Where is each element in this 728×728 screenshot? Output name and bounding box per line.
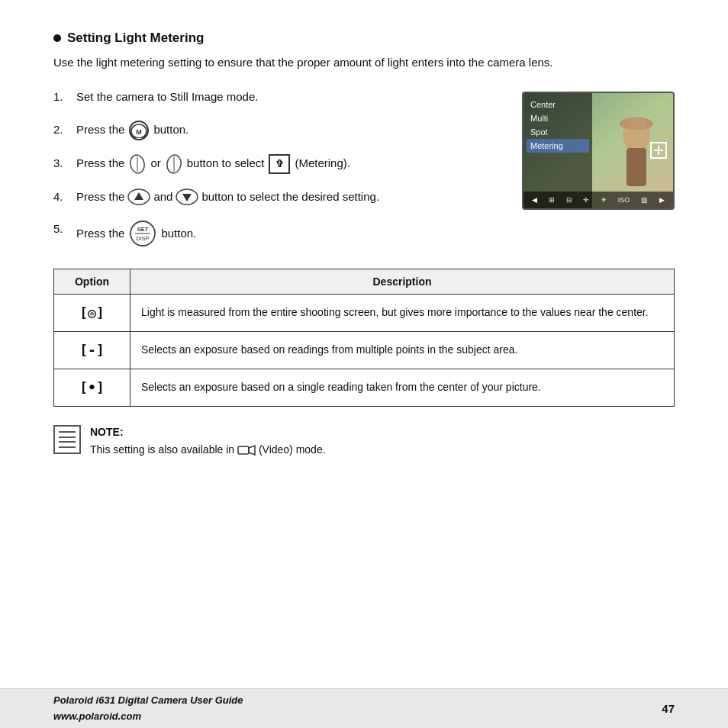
note-text: NOTE: This setting is also available in …: [90, 424, 326, 459]
metering-icon: ✞: [269, 154, 290, 174]
table-cell-icon-3: [•]: [54, 369, 130, 407]
bottom-icon-3: ⊟: [566, 196, 572, 204]
note-section: NOTE: This setting is also available in …: [53, 424, 675, 459]
camera-bottom-bar: ◀ ⊞ ⊟ ✛ ☀ ISO ▧ ▶: [523, 192, 673, 208]
bullet-dot: [53, 34, 61, 42]
footer-url: www.polaroid.com: [53, 710, 141, 722]
bottom-icon-4: ✛: [583, 196, 589, 204]
note-line-3: [59, 441, 76, 443]
svg-rect-18: [627, 118, 646, 130]
video-mode-icon: [237, 444, 256, 456]
bottom-icon-6: ISO: [618, 196, 630, 204]
note-line-2: [59, 436, 76, 438]
up-nav-icon: [127, 188, 150, 205]
bottom-icon-8: ▶: [659, 196, 665, 204]
step-5-text-before: Press the: [76, 224, 124, 243]
table-cell-desc-3: Selects an exposure based on a single re…: [130, 369, 675, 407]
step-3-num: 3.: [53, 154, 76, 173]
note-line-1: [59, 431, 76, 433]
metering-icon-center: [◎]: [79, 304, 105, 321]
step-3-text-after: (Metering).: [295, 154, 350, 173]
step-3-text-mid: button to select: [187, 154, 265, 173]
step-2-content: Press the M button.: [76, 121, 507, 140]
page-content: Setting Light Metering Use the light met…: [0, 0, 728, 482]
section-title: Setting Light Metering: [53, 31, 675, 46]
m-button-icon: M: [129, 121, 149, 140]
table-header-option: Option: [54, 269, 130, 295]
camera-bg: Center Multi Spot Metering ◀ ⊞ ⊟ ✛ ☀: [523, 93, 673, 208]
metering-icon-spot: [•]: [79, 379, 105, 395]
menu-spot: Spot: [527, 125, 589, 139]
svg-text:DISP: DISP: [137, 235, 150, 242]
svg-marker-20: [249, 446, 255, 455]
step-4-text-before: Press the: [76, 188, 124, 207]
note-icon: [53, 425, 81, 454]
step-4-content: Press the and button to select the des: [76, 188, 507, 207]
bottom-icon-5: ☀: [601, 196, 607, 204]
menu-center: Center: [527, 98, 589, 111]
menu-multi: Multi: [527, 111, 589, 125]
steps-area: 1. Set the camera to Still Image mode. 2…: [53, 88, 675, 262]
section-title-text: Setting Light Metering: [67, 31, 204, 46]
metering-icon-multi: [-]: [79, 342, 105, 358]
step-5: 5. Press the SET DISP button.: [53, 220, 507, 247]
note-line-4: [59, 446, 76, 448]
step-2: 2. Press the M button.: [53, 121, 507, 140]
bottom-icon-1: ◀: [532, 196, 537, 204]
note-body: This setting is also available in (Video…: [90, 443, 326, 456]
step-4-and: and: [153, 188, 172, 207]
options-table: Option Description [◎] Light is measured…: [53, 269, 675, 407]
step-4-inner: Press the and button to select the des: [76, 188, 507, 207]
step-1-num: 1.: [53, 88, 76, 107]
step-2-num: 2.: [53, 121, 76, 140]
step-2-text-after: button.: [153, 121, 188, 140]
svg-marker-9: [182, 194, 192, 201]
camera-screen: Center Multi Spot Metering ◀ ⊞ ⊟ ✛ ☀: [522, 92, 675, 210]
down-nav-icon: [176, 188, 198, 205]
step-4: 4. Press the and: [53, 188, 507, 207]
menu-metering-selected: Metering: [527, 139, 589, 153]
or-text: or: [150, 154, 160, 173]
step-1-text: Set the camera to Still Image mode.: [76, 88, 507, 107]
step-3-text-before: Press the: [76, 154, 124, 173]
footer: Polaroid i631 Digital Camera User Guide …: [0, 688, 728, 728]
leaf-left-icon: [129, 154, 146, 174]
leaf-right-icon: [166, 154, 182, 174]
table-row-2: [-] Selects an exposure based on reading…: [54, 332, 675, 369]
table-cell-desc-1: Light is measured from the entire shooti…: [130, 295, 675, 332]
table-cell-icon-2: [-]: [54, 332, 130, 369]
step-3: 3. Press the or button to select: [53, 154, 507, 174]
step-5-num: 5.: [53, 220, 76, 239]
bottom-icon-2: ⊞: [549, 196, 555, 204]
footer-title: Polaroid i631 Digital Camera User Guide: [53, 694, 243, 706]
svg-text:SET: SET: [137, 226, 149, 233]
step-4-num: 4.: [53, 188, 76, 207]
svg-rect-19: [238, 446, 249, 454]
page-number: 47: [662, 702, 675, 715]
steps-list: 1. Set the camera to Still Image mode. 2…: [53, 88, 507, 262]
set-button-icon: SET DISP: [129, 220, 156, 247]
table-header-description: Description: [130, 269, 675, 295]
bottom-icon-7: ▧: [641, 196, 648, 204]
step-1: 1. Set the camera to Still Image mode.: [53, 88, 507, 107]
svg-marker-7: [134, 192, 143, 200]
step-3-content: Press the or button to select ✞: [76, 154, 507, 174]
table-cell-icon-1: [◎]: [54, 295, 130, 332]
step-4-text-after: button to select the desired setting.: [201, 188, 379, 207]
table-row-3: [•] Selects an exposure based on a singl…: [54, 369, 675, 407]
svg-rect-16: [627, 148, 646, 186]
step-2-text-before: Press the: [76, 121, 124, 140]
footer-left: Polaroid i631 Digital Camera User Guide …: [53, 693, 243, 725]
crosshair-bracket: [650, 142, 667, 159]
table-cell-desc-2: Selects an exposure based on readings fr…: [130, 332, 675, 369]
step-5-content: Press the SET DISP button.: [76, 220, 507, 247]
note-title: NOTE:: [90, 426, 124, 438]
intro-text: Use the light metering setting to ensure…: [53, 53, 675, 72]
step-5-text-after: button.: [161, 224, 196, 243]
svg-text:M: M: [137, 128, 143, 136]
table-row-1: [◎] Light is measured from the entire sh…: [54, 295, 675, 332]
